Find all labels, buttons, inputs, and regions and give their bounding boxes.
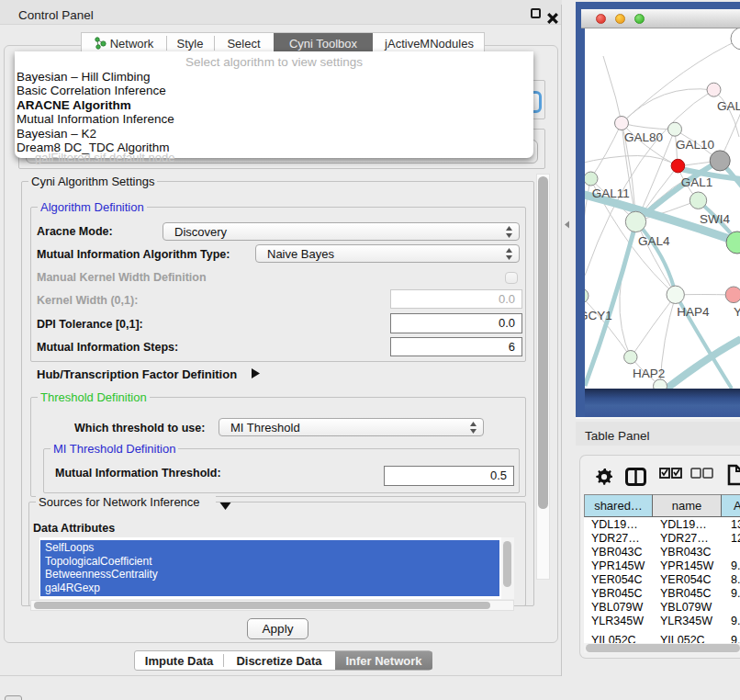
svg-text:GAL: GAL	[717, 99, 740, 113]
svg-text:GAL1: GAL1	[681, 175, 713, 189]
svg-text:SWI4: SWI4	[700, 212, 730, 226]
svg-text:Y: Y	[734, 305, 740, 319]
svg-text:GAL80: GAL80	[624, 130, 663, 144]
svg-text:GAL4: GAL4	[638, 234, 670, 248]
svg-text:GCY1: GCY1	[585, 309, 612, 322]
svg-text:HAP4: HAP4	[677, 305, 710, 319]
svg-text:GAL11: GAL11	[592, 186, 630, 200]
svg-text:GAL10: GAL10	[676, 138, 714, 152]
svg-text:HAP2: HAP2	[633, 367, 665, 380]
